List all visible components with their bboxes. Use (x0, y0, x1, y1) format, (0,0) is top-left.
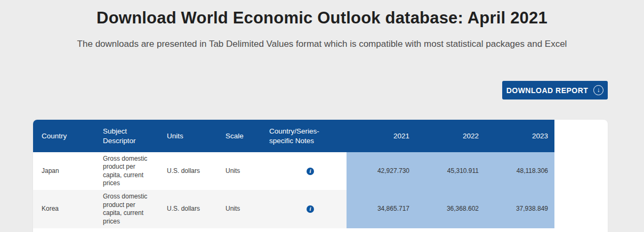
value-cell-2022: 36,368.602 (416, 190, 485, 228)
page-title: Download World Economic Outlook database… (0, 9, 644, 28)
column-header-country: Country (33, 120, 94, 152)
weo-data-table: Country Subject Descriptor Units Scale C… (33, 120, 554, 228)
table-header-row: Country Subject Descriptor Units Scale C… (33, 120, 554, 152)
column-header-units: Units (158, 120, 217, 152)
value-cell-2023: 37,938.849 (485, 190, 554, 228)
column-header-notes: Country/Series-specific Notes (261, 120, 347, 152)
country-cell: Japan (33, 152, 94, 190)
weo-download-page: Download World Economic Outlook database… (0, 0, 644, 232)
units-cell: U.S. dollars (158, 190, 217, 228)
column-header-subject-descriptor: Subject Descriptor (94, 120, 158, 152)
table-row: Japan Gross domestic product per capita,… (33, 152, 554, 190)
country-cell: Korea (33, 190, 94, 228)
table-scroll-region[interactable]: Country Subject Descriptor Units Scale C… (33, 120, 554, 228)
download-report-button[interactable]: DOWNLOAD REPORT ↓ (502, 81, 608, 100)
value-cell-2021: 34,865.717 (347, 190, 416, 228)
value-cell-2022: 45,310.911 (416, 152, 485, 190)
value-cell-2023: 48,118.306 (485, 152, 554, 190)
scale-cell: Units (217, 190, 261, 228)
info-icon[interactable]: i (307, 205, 314, 213)
subject-descriptor-cell: Gross domestic product per capita, curre… (94, 152, 158, 190)
download-report-label: DOWNLOAD REPORT (506, 86, 589, 95)
column-header-scale: Scale (217, 120, 261, 152)
table-row: Korea Gross domestic product per capita,… (33, 190, 554, 228)
column-header-2023: 2023 (485, 120, 554, 152)
data-table-card: Country Subject Descriptor Units Scale C… (33, 120, 608, 232)
value-cell-2021: 42,927.730 (347, 152, 416, 190)
info-icon[interactable]: i (307, 168, 314, 175)
subject-descriptor-cell: Gross domestic product per capita, curre… (94, 190, 158, 228)
column-header-2021: 2021 (347, 120, 416, 152)
page-subtitle: The downloads are presented in Tab Delim… (0, 39, 644, 49)
notes-cell: i (261, 190, 347, 228)
download-circle-arrow-icon: ↓ (593, 85, 603, 95)
notes-cell: i (261, 152, 347, 190)
scale-cell: Units (217, 152, 261, 190)
units-cell: U.S. dollars (158, 152, 217, 190)
column-header-2022: 2022 (416, 120, 485, 152)
